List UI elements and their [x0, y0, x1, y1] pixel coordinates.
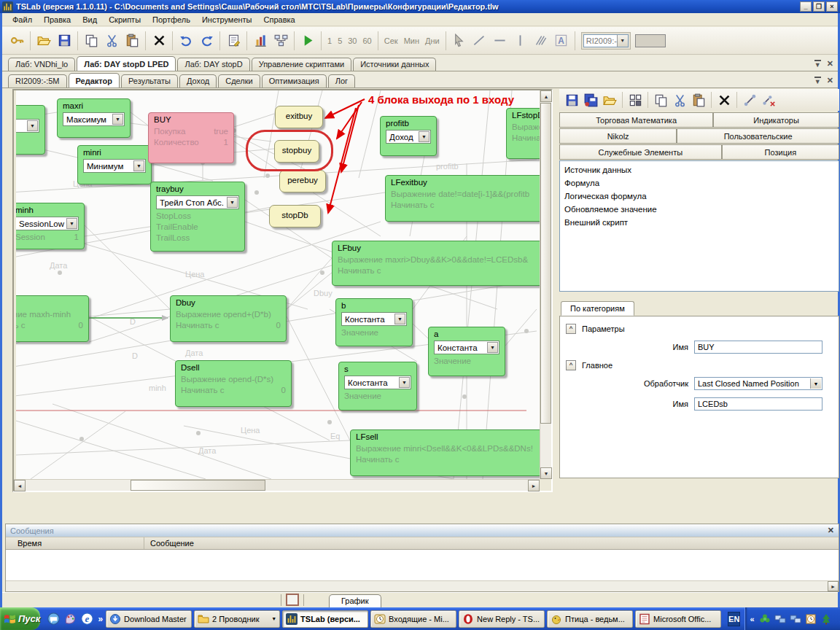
language-indicator[interactable]: EN	[728, 612, 740, 626]
save-button[interactable]	[54, 31, 74, 51]
block-s[interactable]: sКонстанта▼Значение	[338, 362, 417, 411]
cut-button[interactable]	[101, 31, 122, 51]
chevron-down-icon[interactable]: ▼	[419, 131, 429, 142]
name-field[interactable]: LCEDsb	[694, 397, 822, 411]
block-minri[interactable]: minriМинимум▼	[77, 145, 152, 184]
palette-item[interactable]: Формула	[560, 176, 839, 190]
block-handler-dropdown[interactable]: Константа▼	[341, 312, 407, 326]
messages-scrollbar[interactable]: ►	[6, 580, 839, 591]
block-LFexitbuy[interactable]: LFexitbuyВыражение date!=date[i-1]&&(pro…	[385, 175, 540, 222]
messages-scroll-right-icon[interactable]: ►	[828, 581, 839, 591]
chevron-down-icon[interactable]: ▼	[399, 377, 410, 388]
pointer-tool-button[interactable]	[449, 31, 470, 51]
ie-icon[interactable]: e	[79, 612, 94, 626]
palette-tab-Позиция[interactable]: Позиция	[722, 144, 839, 160]
close-button[interactable]: ×	[826, 1, 838, 12]
menu-item-Вид[interactable]: Вид	[77, 14, 103, 26]
tab-Лаб: DAY stopD LPED[interactable]: Лаб: DAY stopD LPED	[77, 56, 176, 71]
scroll-down-icon[interactable]: ▼	[540, 467, 552, 479]
paste-button[interactable]	[122, 31, 142, 51]
taskbar-button-Птица - ведьм...[interactable]: Птица - ведьм...	[547, 610, 633, 628]
canvas-horizontal-scrollbar[interactable]: ◄ ►	[14, 479, 540, 491]
palette-tile-button[interactable]	[626, 90, 645, 109]
tab-RI2009:-:5M[interactable]: RI2009:-:5M	[8, 74, 67, 88]
chevron-down-icon[interactable]: ▼	[394, 314, 405, 324]
block-src[interactable]: я▼	[16, 105, 45, 155]
tab-Лог[interactable]: Лог	[328, 74, 355, 88]
palette-save-button[interactable]	[562, 90, 581, 109]
palette-save-all-button[interactable]	[581, 90, 600, 109]
color-swatch[interactable]	[635, 34, 666, 47]
block-profitb[interactable]: profitbДоход▼	[380, 116, 437, 156]
collapse-icon[interactable]: ^	[566, 360, 576, 370]
block-handler-dropdown[interactable]: Константа▼	[344, 376, 411, 389]
hline-tool-button[interactable]	[490, 31, 510, 51]
interval-30[interactable]: 30	[345, 36, 359, 45]
key-button[interactable]	[7, 31, 27, 51]
block-handler-dropdown[interactable]: Трейл Стоп Абс.▼	[156, 195, 239, 209]
tab-Источники данных[interactable]: Источники данных	[353, 58, 436, 71]
collapse-icon[interactable]: ^	[566, 324, 576, 334]
block-a[interactable]: aКонстанта▼Значение	[428, 327, 505, 376]
palette-paste-button[interactable]	[689, 90, 708, 109]
tab-Редактор[interactable]: Редактор	[69, 73, 120, 88]
chevron-down-icon[interactable]: ▼	[27, 120, 38, 131]
block-maxh-minh[interactable]: Выражение maxh-minhНачинать с0	[16, 295, 89, 342]
canvas-vertical-scrollbar[interactable]: ▲ ▼	[540, 90, 551, 479]
tree-icon[interactable]	[820, 612, 833, 625]
redo-button[interactable]	[196, 31, 217, 51]
tab-list-icon[interactable]: ▼	[814, 77, 821, 85]
unit-Сек[interactable]: Сек	[381, 36, 401, 45]
chevron-down-icon[interactable]: ▼	[271, 616, 276, 621]
unit-Мин[interactable]: Мин	[401, 36, 422, 45]
block-LFsell[interactable]: LFsellВыражение minri<Dsell&&K<0&&LPDs&&…	[350, 429, 540, 476]
quick-launch-overflow-icon[interactable]: »	[98, 614, 103, 624]
scroll-right-icon[interactable]: ►	[528, 480, 540, 491]
copy-button[interactable]	[81, 31, 101, 51]
palette-open-folder-button[interactable]	[600, 90, 619, 109]
block-handler-dropdown[interactable]: Доход▼	[386, 130, 431, 144]
block-Dbuy[interactable]: DbuyВыражение opend+(D*b)Начинать с0	[170, 295, 287, 342]
undo-button[interactable]	[176, 31, 196, 51]
palette-tab-Индикаторы[interactable]: Индикаторы	[713, 112, 839, 128]
palette-item-list[interactable]: Источник данныхФормулаЛогическая формула…	[559, 160, 839, 292]
line-tool-button[interactable]	[470, 31, 490, 51]
network-icon[interactable]	[774, 612, 787, 625]
palette-link-button[interactable]	[740, 90, 759, 109]
tab-Лаб: VNDhi_lo[interactable]: Лаб: VNDhi_lo	[8, 58, 75, 71]
interval-1[interactable]: 1	[324, 36, 335, 45]
scroll-up-icon[interactable]: ▲	[540, 90, 552, 102]
messages-close-icon[interactable]: ✕	[828, 526, 834, 535]
chevron-down-icon[interactable]: ▼	[487, 342, 498, 353]
tab-Результаты[interactable]: Результаты	[121, 74, 178, 88]
tray-clock-icon[interactable]	[805, 612, 817, 625]
block-BUY[interactable]: BUYПокупкаtrueКоличество1	[148, 112, 234, 163]
blocks-button[interactable]	[271, 31, 291, 51]
menu-item-Правка[interactable]: Правка	[38, 14, 77, 26]
palette-copy-button[interactable]	[651, 90, 670, 109]
block-exitbuy[interactable]: exitbuy	[275, 106, 323, 128]
delete-button[interactable]	[149, 31, 169, 51]
block-handler-dropdown[interactable]: Минимум▼	[83, 159, 146, 173]
text-tool-button[interactable]: A	[551, 31, 572, 51]
palette-tab-Nikolz[interactable]: Nikolz	[559, 128, 677, 144]
tab-Доход[interactable]: Доход	[179, 74, 217, 88]
paint-icon[interactable]	[63, 612, 77, 626]
minimize-button[interactable]: _	[800, 1, 812, 12]
open-folder-button[interactable]	[34, 31, 54, 51]
column-time[interactable]: Время	[6, 537, 144, 549]
tab-Сделки[interactable]: Сделки	[218, 74, 260, 88]
block-minh[interactable]: minhSessionLow▼Session1	[16, 203, 85, 249]
properties-button[interactable]	[223, 31, 244, 51]
run-button[interactable]	[298, 31, 318, 51]
palette-tab-Пользовательские[interactable]: Пользовательские	[677, 128, 839, 144]
tab-Лаб: DAY stopD[interactable]: Лаб: DAY stopD	[177, 58, 249, 71]
palette-item[interactable]: Внешний скрипт	[560, 216, 839, 229]
taskbar-button-Microsoft Offic...[interactable]: Microsoft Offic...	[635, 610, 721, 628]
start-button[interactable]: Пуск	[0, 607, 40, 630]
block-handler-dropdown[interactable]: SessionLow▼	[16, 217, 79, 230]
taskbar-button-2 Проводник[interactable]: 2 Проводник▼	[194, 610, 280, 628]
block-LFstopD[interactable]: LFstopDВыражениеНачинать с	[506, 108, 540, 159]
menu-item-Инструменты[interactable]: Инструменты	[196, 14, 258, 26]
block-LFbuy[interactable]: LFbuyВыражение maxri>Dbuy&&K>0&&date!=LC…	[332, 241, 540, 286]
